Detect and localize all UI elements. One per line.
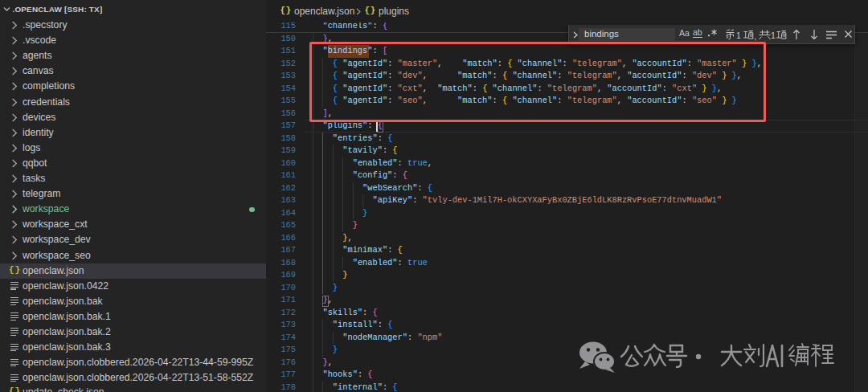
svg-text:1: 1 (736, 31, 741, 40)
svg-text:,: , (755, 31, 757, 41)
svg-text:1: 1 (771, 31, 776, 40)
